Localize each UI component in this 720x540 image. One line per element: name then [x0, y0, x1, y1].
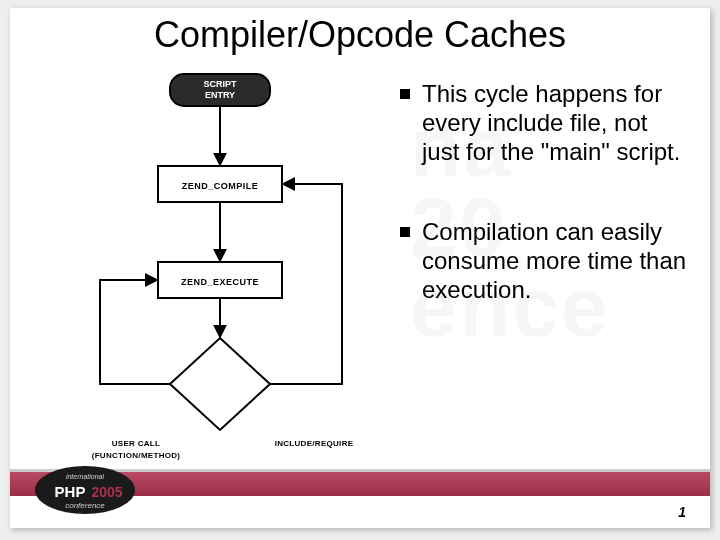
fc-left-l1: USER CALL [112, 439, 160, 448]
logo-line3: 2005 [91, 484, 122, 500]
conference-logo: international PHP 2005 conference [30, 463, 150, 518]
slide: Compiler/Opcode Caches na 20 ence SCRIPT… [10, 8, 710, 528]
logo-line2: PHP [55, 483, 86, 500]
square-bullet-icon [400, 89, 410, 99]
page-number: 1 [678, 504, 686, 520]
fc-right: INCLUDE/REQUIRE [275, 439, 354, 448]
bullet-item: This cycle happens for every include fil… [400, 80, 690, 166]
fc-left-l2: (FUNCTION/METHOD) [92, 451, 181, 460]
logo-line1: international [66, 473, 105, 480]
bullet-list: This cycle happens for every include fil… [400, 80, 690, 357]
bullet-text: Compilation can easily consume more time… [422, 218, 690, 304]
svg-marker-6 [170, 338, 270, 430]
square-bullet-icon [400, 227, 410, 237]
slide-title: Compiler/Opcode Caches [10, 14, 710, 56]
fc-script-entry-1: SCRIPT [203, 79, 237, 89]
bullet-item: Compilation can easily consume more time… [400, 218, 690, 304]
logo-line4: conference [65, 501, 105, 510]
bullet-text: This cycle happens for every include fil… [422, 80, 690, 166]
flowchart: SCRIPT ENTRY ZEND_COMPILE ZEND_EXECUTE U… [70, 66, 380, 466]
fc-compile: ZEND_COMPILE [182, 181, 259, 191]
fc-execute: ZEND_EXECUTE [181, 277, 259, 287]
fc-script-entry-2: ENTRY [205, 90, 235, 100]
